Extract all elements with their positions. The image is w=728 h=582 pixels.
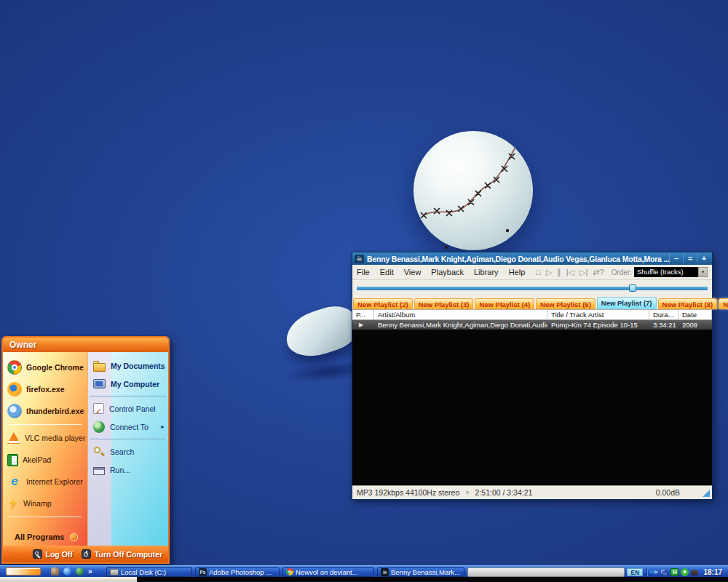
start-item-my-computer[interactable]: My Computer [88, 375, 168, 393]
seekbar-thumb[interactable] [629, 284, 636, 292]
start-menu-separator [90, 396, 166, 396]
close-button[interactable]: + [697, 254, 711, 263]
firefox-icon [7, 382, 22, 396]
start-item-thunderbird[interactable]: thunderbird.exe [3, 400, 87, 422]
power-icon [82, 549, 91, 559]
column-date[interactable]: Date [678, 310, 712, 319]
start-menu-separator [9, 424, 82, 425]
status-gain: 0.00dB [656, 488, 680, 497]
column-title-track-artist[interactable]: Title / Track Artist [547, 310, 649, 319]
menu-view[interactable]: View [404, 268, 422, 276]
network-icon[interactable] [660, 568, 668, 576]
stop-icon[interactable]: □ [536, 267, 541, 277]
menu-library[interactable]: Library [474, 268, 499, 276]
language-indicator[interactable]: EN [627, 568, 643, 576]
tab-new-playlist-4[interactable]: New Playlist (4) [475, 298, 534, 309]
menu-help[interactable]: Help [509, 268, 526, 276]
maximize-button[interactable]: = [683, 254, 697, 263]
start-item-my-documents[interactable]: My Documents [88, 356, 168, 375]
now-playing-icon: ▶ [352, 320, 374, 330]
quick-launch-show-desktop-icon[interactable] [51, 567, 59, 575]
start-menu: Owner Google Chrome firefox.exe thunderb… [1, 336, 170, 564]
column-duration[interactable]: Dura... [649, 310, 678, 319]
start-button[interactable] [6, 567, 41, 575]
playlist-body[interactable] [352, 330, 712, 485]
start-menu-user-name: Owner [3, 338, 168, 352]
taskbar: » Local Disk (C:) Ps Adobe Photoshop ...… [0, 565, 728, 577]
order-select[interactable]: Shuffle (tracks) [634, 267, 698, 277]
minimize-button[interactable]: – [669, 254, 683, 263]
task-button-photoshop[interactable]: Ps Adobe Photoshop ... [195, 567, 280, 577]
quick-launch-browser-icon[interactable] [63, 567, 71, 575]
tray-mouse-icon[interactable] [691, 570, 698, 575]
status-separator: × [465, 489, 469, 496]
start-menu-left-column: Google Chrome firefox.exe thunderbird.ex… [3, 352, 87, 546]
quick-launch-app-icon[interactable] [76, 567, 84, 575]
run-icon [93, 467, 105, 475]
disk-icon [110, 569, 119, 575]
start-item-vlc[interactable]: VLC media player [3, 427, 87, 449]
tray-green-ring-icon[interactable] [681, 568, 689, 576]
internet-explorer-icon: e [7, 474, 22, 489]
tray-divider [646, 567, 647, 576]
start-item-winamp[interactable]: Winamp [3, 493, 87, 514]
column-playing[interactable]: P... [352, 310, 374, 319]
previous-track-icon[interactable]: |◁ [566, 267, 574, 277]
column-artist-album[interactable]: Artist/Album [374, 310, 547, 319]
play-icon[interactable]: ▷ [546, 267, 552, 277]
transport-controls: □ ▷ ∥ |◁ ▷| ⇄? [536, 267, 604, 277]
order-dropdown-icon[interactable]: ▾ [698, 267, 708, 277]
start-item-connect-to[interactable]: Connect To ► [88, 418, 168, 436]
tray-green-h-icon[interactable]: H [670, 568, 678, 576]
start-menu-separator [9, 517, 82, 517]
track-row[interactable]: ▶ Benny Benassi,Mark Knight,Agiman,Diego… [352, 320, 712, 330]
random-icon[interactable]: ⇄? [593, 267, 604, 277]
tab-new-playlist-6[interactable]: New Playlist (6) [536, 298, 596, 309]
task-button-player[interactable]: ☠ Benny Benassi,Mark... [377, 567, 464, 577]
start-item-run[interactable]: Run... [88, 461, 168, 479]
tab-new-playlist-7[interactable]: New Playlist (7) [597, 297, 657, 309]
task-button-local-disk[interactable]: Local Disk (C:) [106, 567, 192, 577]
track-artist: Benny Benassi,Mark Knight,Agiman,Diego D… [374, 320, 547, 330]
next-track-icon[interactable]: ▷| [579, 267, 587, 277]
resize-grip[interactable] [703, 490, 710, 497]
menu-playback[interactable]: Playback [431, 268, 464, 276]
thunderbird-icon [7, 404, 22, 418]
chrome-icon [286, 568, 293, 575]
winamp-icon [7, 497, 19, 510]
taskbar-clock[interactable]: 18:17 [703, 568, 722, 576]
player-menu-bar: File Edit View Playback Library Help □ ▷… [352, 265, 712, 280]
start-item-firefox[interactable]: firefox.exe [3, 378, 87, 400]
tab-new-playlist[interactable]: New Playlist [719, 298, 728, 309]
start-item-internet-explorer[interactable]: e Internet Explorer [3, 471, 87, 493]
start-item-akelpad[interactable]: AkelPad [3, 449, 87, 471]
start-item-search[interactable]: Search [88, 442, 168, 461]
start-item-google-chrome[interactable]: Google Chrome [3, 356, 87, 378]
quick-launch-chevron-icon[interactable]: » [88, 567, 92, 575]
pause-icon[interactable]: ∥ [557, 267, 561, 277]
stitch-scar [414, 131, 533, 250]
my-computer-icon [93, 379, 106, 388]
skull-icon: ☠ [355, 255, 364, 263]
search-icon [93, 446, 105, 458]
seekbar[interactable] [357, 287, 708, 290]
start-item-control-panel[interactable]: ✓ Control Panel [88, 399, 168, 418]
volume-muted-icon[interactable] [650, 568, 658, 576]
chrome-icon [7, 360, 22, 375]
tab-new-playlist-8[interactable]: New Playlist (8) [658, 298, 718, 309]
all-programs-button[interactable]: All Programs [3, 528, 87, 546]
playlist-tabs: New Playlist (2) New Playlist (3) New Pl… [352, 297, 712, 309]
player-title-bar[interactable]: ☠ Benny Benassi,Mark Knight,Agiman,Diego… [352, 252, 712, 265]
screen-edge-artifact [0, 577, 137, 582]
tab-new-playlist-3[interactable]: New Playlist (3) [414, 298, 474, 309]
turn-off-computer-button[interactable]: Turn Off Computer [82, 549, 162, 559]
task-button-browser[interactable]: Newvol on deviant... [282, 567, 374, 577]
order-label: Order: [612, 268, 632, 276]
log-off-button[interactable]: Log Off [33, 549, 73, 559]
tab-new-playlist-2[interactable]: New Playlist (2) [353, 298, 413, 309]
menu-file[interactable]: File [357, 268, 370, 276]
quick-launch-bar: » [51, 567, 92, 575]
menu-edit[interactable]: Edit [380, 268, 394, 276]
playlist-column-headers: P... Artist/Album Title / Track Artist D… [352, 309, 712, 320]
vlc-icon [7, 432, 20, 444]
